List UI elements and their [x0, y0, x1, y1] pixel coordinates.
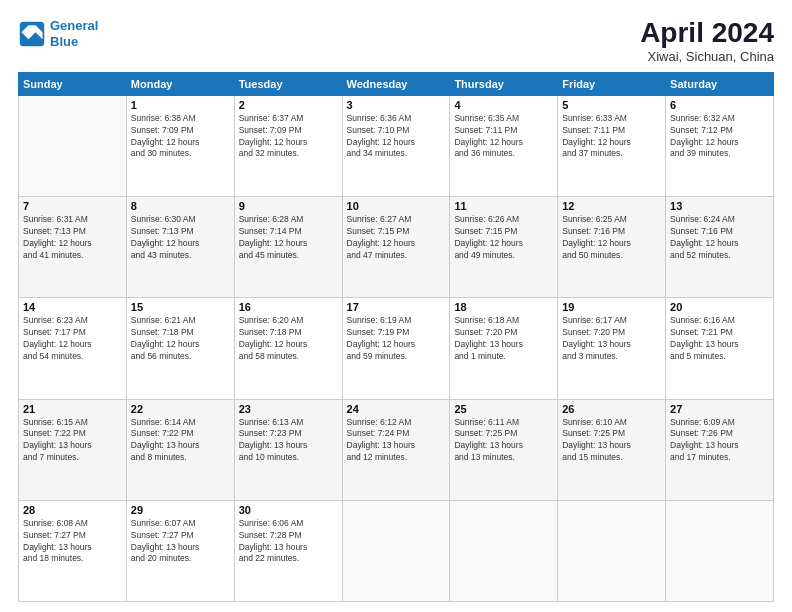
day-number: 26	[562, 403, 661, 415]
day-info: Sunrise: 6:38 AM Sunset: 7:09 PM Dayligh…	[131, 113, 230, 161]
calendar-cell: 24Sunrise: 6:12 AM Sunset: 7:24 PM Dayli…	[342, 399, 450, 500]
day-number: 21	[23, 403, 122, 415]
day-info: Sunrise: 6:16 AM Sunset: 7:21 PM Dayligh…	[670, 315, 769, 363]
calendar-cell	[558, 500, 666, 601]
calendar-cell: 5Sunrise: 6:33 AM Sunset: 7:11 PM Daylig…	[558, 95, 666, 196]
calendar-table: Sunday Monday Tuesday Wednesday Thursday…	[18, 72, 774, 602]
calendar-cell: 18Sunrise: 6:18 AM Sunset: 7:20 PM Dayli…	[450, 298, 558, 399]
day-number: 28	[23, 504, 122, 516]
day-info: Sunrise: 6:31 AM Sunset: 7:13 PM Dayligh…	[23, 214, 122, 262]
calendar-cell: 27Sunrise: 6:09 AM Sunset: 7:26 PM Dayli…	[666, 399, 774, 500]
day-number: 22	[131, 403, 230, 415]
day-number: 13	[670, 200, 769, 212]
day-info: Sunrise: 6:33 AM Sunset: 7:11 PM Dayligh…	[562, 113, 661, 161]
day-number: 6	[670, 99, 769, 111]
day-info: Sunrise: 6:30 AM Sunset: 7:13 PM Dayligh…	[131, 214, 230, 262]
day-number: 5	[562, 99, 661, 111]
day-info: Sunrise: 6:13 AM Sunset: 7:23 PM Dayligh…	[239, 417, 338, 465]
day-info: Sunrise: 6:09 AM Sunset: 7:26 PM Dayligh…	[670, 417, 769, 465]
col-friday: Friday	[558, 72, 666, 95]
calendar-cell: 25Sunrise: 6:11 AM Sunset: 7:25 PM Dayli…	[450, 399, 558, 500]
day-number: 9	[239, 200, 338, 212]
calendar-cell: 11Sunrise: 6:26 AM Sunset: 7:15 PM Dayli…	[450, 197, 558, 298]
day-info: Sunrise: 6:27 AM Sunset: 7:15 PM Dayligh…	[347, 214, 446, 262]
day-info: Sunrise: 6:18 AM Sunset: 7:20 PM Dayligh…	[454, 315, 553, 363]
day-number: 7	[23, 200, 122, 212]
day-number: 30	[239, 504, 338, 516]
calendar-cell	[450, 500, 558, 601]
calendar-cell	[342, 500, 450, 601]
day-info: Sunrise: 6:08 AM Sunset: 7:27 PM Dayligh…	[23, 518, 122, 566]
day-number: 11	[454, 200, 553, 212]
calendar-cell: 22Sunrise: 6:14 AM Sunset: 7:22 PM Dayli…	[126, 399, 234, 500]
day-number: 15	[131, 301, 230, 313]
calendar-cell: 16Sunrise: 6:20 AM Sunset: 7:18 PM Dayli…	[234, 298, 342, 399]
calendar-cell: 8Sunrise: 6:30 AM Sunset: 7:13 PM Daylig…	[126, 197, 234, 298]
calendar-cell: 2Sunrise: 6:37 AM Sunset: 7:09 PM Daylig…	[234, 95, 342, 196]
calendar-header-row: Sunday Monday Tuesday Wednesday Thursday…	[19, 72, 774, 95]
day-number: 8	[131, 200, 230, 212]
day-info: Sunrise: 6:24 AM Sunset: 7:16 PM Dayligh…	[670, 214, 769, 262]
calendar-week-row: 7Sunrise: 6:31 AM Sunset: 7:13 PM Daylig…	[19, 197, 774, 298]
calendar-cell: 9Sunrise: 6:28 AM Sunset: 7:14 PM Daylig…	[234, 197, 342, 298]
day-number: 19	[562, 301, 661, 313]
calendar-cell: 19Sunrise: 6:17 AM Sunset: 7:20 PM Dayli…	[558, 298, 666, 399]
calendar-week-row: 28Sunrise: 6:08 AM Sunset: 7:27 PM Dayli…	[19, 500, 774, 601]
calendar-cell: 30Sunrise: 6:06 AM Sunset: 7:28 PM Dayli…	[234, 500, 342, 601]
calendar-week-row: 1Sunrise: 6:38 AM Sunset: 7:09 PM Daylig…	[19, 95, 774, 196]
day-number: 4	[454, 99, 553, 111]
subtitle: Xiwai, Sichuan, China	[640, 49, 774, 64]
day-number: 24	[347, 403, 446, 415]
calendar-cell	[666, 500, 774, 601]
day-info: Sunrise: 6:25 AM Sunset: 7:16 PM Dayligh…	[562, 214, 661, 262]
logo-text: General Blue	[50, 18, 98, 49]
logo-line2: Blue	[50, 34, 78, 49]
day-info: Sunrise: 6:35 AM Sunset: 7:11 PM Dayligh…	[454, 113, 553, 161]
day-info: Sunrise: 6:17 AM Sunset: 7:20 PM Dayligh…	[562, 315, 661, 363]
day-number: 23	[239, 403, 338, 415]
day-number: 14	[23, 301, 122, 313]
day-number: 27	[670, 403, 769, 415]
calendar-cell: 28Sunrise: 6:08 AM Sunset: 7:27 PM Dayli…	[19, 500, 127, 601]
calendar-cell: 23Sunrise: 6:13 AM Sunset: 7:23 PM Dayli…	[234, 399, 342, 500]
day-info: Sunrise: 6:14 AM Sunset: 7:22 PM Dayligh…	[131, 417, 230, 465]
calendar-week-row: 14Sunrise: 6:23 AM Sunset: 7:17 PM Dayli…	[19, 298, 774, 399]
day-info: Sunrise: 6:15 AM Sunset: 7:22 PM Dayligh…	[23, 417, 122, 465]
day-number: 10	[347, 200, 446, 212]
calendar-cell: 1Sunrise: 6:38 AM Sunset: 7:09 PM Daylig…	[126, 95, 234, 196]
day-info: Sunrise: 6:36 AM Sunset: 7:10 PM Dayligh…	[347, 113, 446, 161]
day-info: Sunrise: 6:12 AM Sunset: 7:24 PM Dayligh…	[347, 417, 446, 465]
page: General Blue April 2024 Xiwai, Sichuan, …	[0, 0, 792, 612]
calendar-cell: 12Sunrise: 6:25 AM Sunset: 7:16 PM Dayli…	[558, 197, 666, 298]
day-info: Sunrise: 6:19 AM Sunset: 7:19 PM Dayligh…	[347, 315, 446, 363]
calendar-week-row: 21Sunrise: 6:15 AM Sunset: 7:22 PM Dayli…	[19, 399, 774, 500]
day-info: Sunrise: 6:11 AM Sunset: 7:25 PM Dayligh…	[454, 417, 553, 465]
calendar-cell	[19, 95, 127, 196]
calendar-cell: 13Sunrise: 6:24 AM Sunset: 7:16 PM Dayli…	[666, 197, 774, 298]
day-info: Sunrise: 6:32 AM Sunset: 7:12 PM Dayligh…	[670, 113, 769, 161]
month-title: April 2024	[640, 18, 774, 49]
col-sunday: Sunday	[19, 72, 127, 95]
calendar-cell: 21Sunrise: 6:15 AM Sunset: 7:22 PM Dayli…	[19, 399, 127, 500]
logo: General Blue	[18, 18, 98, 49]
day-info: Sunrise: 6:06 AM Sunset: 7:28 PM Dayligh…	[239, 518, 338, 566]
day-number: 16	[239, 301, 338, 313]
day-number: 29	[131, 504, 230, 516]
logo-line1: General	[50, 18, 98, 33]
day-info: Sunrise: 6:07 AM Sunset: 7:27 PM Dayligh…	[131, 518, 230, 566]
calendar-cell: 29Sunrise: 6:07 AM Sunset: 7:27 PM Dayli…	[126, 500, 234, 601]
calendar-cell: 15Sunrise: 6:21 AM Sunset: 7:18 PM Dayli…	[126, 298, 234, 399]
day-info: Sunrise: 6:21 AM Sunset: 7:18 PM Dayligh…	[131, 315, 230, 363]
day-info: Sunrise: 6:37 AM Sunset: 7:09 PM Dayligh…	[239, 113, 338, 161]
col-wednesday: Wednesday	[342, 72, 450, 95]
day-number: 2	[239, 99, 338, 111]
calendar-cell: 20Sunrise: 6:16 AM Sunset: 7:21 PM Dayli…	[666, 298, 774, 399]
day-number: 12	[562, 200, 661, 212]
day-number: 25	[454, 403, 553, 415]
day-info: Sunrise: 6:26 AM Sunset: 7:15 PM Dayligh…	[454, 214, 553, 262]
calendar-cell: 17Sunrise: 6:19 AM Sunset: 7:19 PM Dayli…	[342, 298, 450, 399]
day-info: Sunrise: 6:28 AM Sunset: 7:14 PM Dayligh…	[239, 214, 338, 262]
day-info: Sunrise: 6:23 AM Sunset: 7:17 PM Dayligh…	[23, 315, 122, 363]
col-saturday: Saturday	[666, 72, 774, 95]
calendar-cell: 7Sunrise: 6:31 AM Sunset: 7:13 PM Daylig…	[19, 197, 127, 298]
